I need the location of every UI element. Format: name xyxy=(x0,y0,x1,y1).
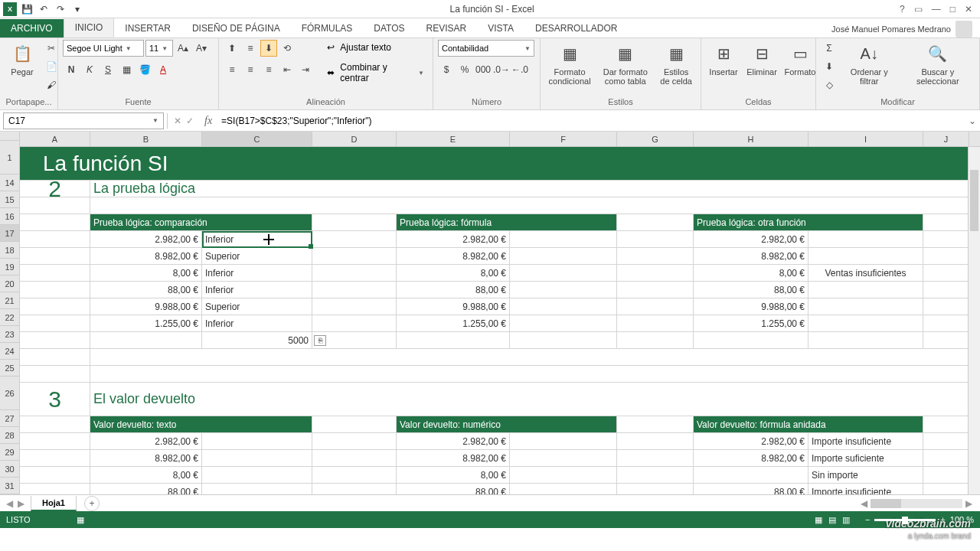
format-painter-icon[interactable]: 🖌 xyxy=(43,77,60,93)
cancel-formula-icon[interactable]: ✕ xyxy=(174,116,181,126)
decrease-font-icon[interactable]: A▾ xyxy=(193,40,210,57)
hscroll-right-icon[interactable]: ▶ xyxy=(965,498,972,509)
tab-revisar[interactable]: REVISAR xyxy=(416,19,478,37)
font-color-icon[interactable]: A xyxy=(155,61,172,78)
col-header[interactable]: D xyxy=(312,132,397,146)
sheet-nav-prev-icon[interactable]: ◀ xyxy=(6,498,13,509)
bold-button[interactable]: N xyxy=(63,61,80,78)
fx-icon[interactable]: fx xyxy=(200,115,217,127)
align-center-icon[interactable]: ≡ xyxy=(242,61,259,78)
wrap-text-button[interactable]: ↩ Ajustar texto xyxy=(323,40,428,55)
row-header[interactable]: 26 xyxy=(0,377,19,410)
row-header[interactable]: 28 xyxy=(0,427,19,444)
col-header[interactable]: H xyxy=(694,132,808,146)
view-page-break-icon[interactable]: ▥ xyxy=(842,515,850,525)
tab-formulas[interactable]: FÓRMULAS xyxy=(291,19,364,37)
select-all-cells[interactable] xyxy=(0,132,20,141)
add-sheet-button[interactable]: + xyxy=(84,496,100,511)
col-header[interactable]: G xyxy=(617,132,694,146)
decrease-indent-icon[interactable]: ⇤ xyxy=(279,61,296,78)
sheet-tab[interactable]: Hoja1 xyxy=(31,496,77,511)
italic-button[interactable]: K xyxy=(81,61,98,78)
row-header[interactable]: 15 xyxy=(0,191,19,208)
font-size-combo[interactable]: 11▼ xyxy=(145,40,173,57)
tab-vista[interactable]: VISTA xyxy=(477,19,524,37)
sheet-nav-next-icon[interactable]: ▶ xyxy=(18,498,24,509)
undo-icon[interactable]: ↶ xyxy=(37,2,51,16)
tab-diseno[interactable]: DISEÑO DE PÁGINA xyxy=(181,19,291,37)
formula-input[interactable]: =SI(B17>$C$23;"Superior";"Inferior") xyxy=(217,116,965,126)
row-header[interactable]: 1 xyxy=(0,141,19,174)
sort-filter-button[interactable]: A↓Ordenar y filtrar xyxy=(841,40,898,87)
decrease-decimal-icon[interactable]: ←.0 xyxy=(511,61,528,78)
cell[interactable] xyxy=(20,214,90,230)
cell[interactable]: 2 xyxy=(20,181,90,197)
align-right-icon[interactable]: ≡ xyxy=(260,61,277,78)
redo-icon[interactable]: ↷ xyxy=(54,2,67,16)
percent-icon[interactable]: % xyxy=(456,61,473,78)
vertical-scrollbar[interactable] xyxy=(968,147,980,494)
close-icon[interactable]: ✕ xyxy=(965,4,972,15)
macro-record-icon[interactable]: ▦ xyxy=(77,515,84,525)
col-header[interactable]: F xyxy=(510,132,617,146)
minimize-icon[interactable]: — xyxy=(932,4,941,15)
horizontal-scrollbar[interactable] xyxy=(871,499,962,508)
row-header[interactable]: 30 xyxy=(0,461,19,478)
row-header[interactable]: 16 xyxy=(0,208,19,225)
currency-icon[interactable]: $ xyxy=(438,61,455,78)
copy-icon[interactable]: 📄 xyxy=(43,58,60,75)
tab-archivo[interactable]: ARCHIVO xyxy=(0,19,64,37)
format-as-table-button[interactable]: ▦Dar formato como tabla xyxy=(597,40,653,87)
avatar[interactable] xyxy=(956,21,972,37)
expand-formula-icon[interactable]: ⌄ xyxy=(965,116,980,126)
cell[interactable] xyxy=(90,197,969,214)
tab-insertar[interactable]: INSERTAR xyxy=(114,19,181,37)
cell[interactable] xyxy=(20,197,90,214)
format-cells-button[interactable]: ▭Formato xyxy=(782,40,818,78)
merge-center-button[interactable]: ⬌ Combinar y centrar▼ xyxy=(323,60,428,86)
zoom-out-icon[interactable]: − xyxy=(865,515,870,524)
cell[interactable]: La prueba lógica xyxy=(90,181,969,197)
col-header[interactable]: I xyxy=(808,132,923,146)
borders-icon[interactable]: ▦ xyxy=(118,61,135,78)
row-header[interactable]: 27 xyxy=(0,410,19,427)
increase-decimal-icon[interactable]: .0→ xyxy=(493,61,510,78)
user-name[interactable]: José Manuel Pomares Medrano xyxy=(831,24,951,34)
row-header[interactable]: 23 xyxy=(0,326,19,343)
save-icon[interactable]: 💾 xyxy=(20,2,34,16)
cell[interactable]: Prueba lógica: comparación xyxy=(90,214,312,230)
tab-desarrollador[interactable]: DESARROLLADOR xyxy=(524,19,628,37)
row-header[interactable]: 18 xyxy=(0,242,19,259)
col-header[interactable]: A xyxy=(20,132,90,146)
row-header[interactable]: 31 xyxy=(0,478,19,494)
align-top-icon[interactable]: ⬆ xyxy=(224,40,240,57)
scroll-thumb[interactable] xyxy=(970,170,978,231)
row-header[interactable]: 24 xyxy=(0,343,19,360)
autofill-options-icon[interactable]: ⎘ xyxy=(314,335,326,346)
row-header[interactable]: 21 xyxy=(0,292,19,309)
tab-datos[interactable]: DATOS xyxy=(363,19,415,37)
zoom-slider[interactable] xyxy=(874,519,936,521)
increase-font-icon[interactable]: A▴ xyxy=(175,40,191,57)
col-header[interactable]: B xyxy=(90,132,202,146)
underline-button[interactable]: S xyxy=(100,61,116,78)
hscroll-left-icon[interactable]: ◀ xyxy=(861,498,867,509)
find-select-button[interactable]: 🔍Buscar y seleccionar xyxy=(901,40,975,87)
row-header[interactable]: 19 xyxy=(0,259,19,276)
cell-styles-button[interactable]: ▦Estilos de celda xyxy=(656,40,696,87)
cell-title[interactable]: La función SI xyxy=(20,147,969,180)
qat-customize-icon[interactable]: ▾ xyxy=(70,2,84,16)
row-header[interactable]: 22 xyxy=(0,309,19,326)
orientation-icon[interactable]: ⟲ xyxy=(279,40,296,57)
paste-button[interactable]: 📋 Pegar xyxy=(5,40,40,78)
cell[interactable] xyxy=(923,214,969,230)
cell[interactable]: Prueba lógica: fórmula xyxy=(397,214,617,230)
col-header[interactable]: C xyxy=(202,132,312,146)
col-header[interactable]: E xyxy=(397,132,510,146)
ribbon-options-icon[interactable]: ▭ xyxy=(914,4,923,15)
view-normal-icon[interactable]: ▦ xyxy=(815,515,822,525)
clear-icon[interactable]: ◇ xyxy=(821,77,838,93)
col-header[interactable]: J xyxy=(923,132,969,146)
row-header[interactable]: 17 xyxy=(0,225,19,242)
conditional-format-button[interactable]: ▦Formato condicional xyxy=(545,40,594,87)
